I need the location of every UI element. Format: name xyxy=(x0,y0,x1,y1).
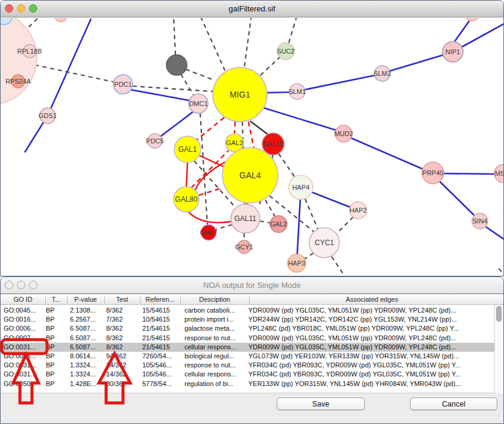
large-pale-node[interactable] xyxy=(1,18,37,105)
table-row[interactable]: GO:0065...BP8.0614...94/3627260/54...bio… xyxy=(1,352,495,361)
node-label: SIN4 xyxy=(473,217,487,225)
table-cell: 80/362 xyxy=(106,379,141,388)
table-row[interactable]: GO:0050...BP1.428E...80/3625778/54...reg… xyxy=(1,379,495,388)
gray-node[interactable] xyxy=(166,55,187,75)
network-edge xyxy=(195,117,224,141)
column-header[interactable]: Test xyxy=(104,296,140,303)
network-edge xyxy=(131,90,190,101)
network-edge xyxy=(332,257,345,276)
table-cell: BP xyxy=(46,315,69,324)
network-window-titlebar[interactable]: galFiltered.sif xyxy=(1,1,503,17)
column-header[interactable]: GO ID xyxy=(1,296,45,303)
table-cell: GO:0065... xyxy=(4,352,45,361)
table-cell: 6.5087... xyxy=(70,324,105,333)
table-cell: YDR009W (pd) YGL035C, YML051W (pp) YDR00… xyxy=(248,306,494,315)
table-cell: cellular respons... xyxy=(184,343,248,352)
network-edge xyxy=(181,74,194,95)
table-row[interactable]: GO:0045...BP2.1308...8/36215/54615carbon… xyxy=(1,306,495,315)
network-edge xyxy=(444,173,495,174)
column-header[interactable]: Desciption xyxy=(180,296,249,303)
table-cell: 7260/54... xyxy=(142,352,182,361)
noa-window-titlebar[interactable]: NOA output for Single Mode xyxy=(1,277,503,294)
node-label: SLM1 xyxy=(289,88,306,95)
vertical-scrollbar[interactable] xyxy=(494,305,503,393)
column-separator[interactable] xyxy=(67,296,68,304)
network-edge xyxy=(455,19,471,42)
table-cell: 7/362 xyxy=(106,315,141,324)
column-header[interactable]: T... xyxy=(45,296,67,303)
network-edge xyxy=(248,122,254,148)
results-table: GO:0045...BP2.1308...8/36215/54615carbon… xyxy=(1,305,504,393)
network-edge xyxy=(305,199,318,229)
node-label: NIP1 xyxy=(446,48,460,55)
column-header[interactable]: Referen... xyxy=(140,296,180,303)
table-row[interactable]: GO:0016...BP6.2567...7/36210/54615protei… xyxy=(1,315,495,324)
node-label: GAL2 xyxy=(270,220,287,228)
table-header[interactable]: GO IDT...P-valueTestReferen...Desciption… xyxy=(1,294,504,305)
column-separator[interactable] xyxy=(180,296,181,304)
table-row[interactable]: GO:0006...BP6.5087...8/36221/54615galact… xyxy=(1,324,495,333)
network-edge xyxy=(244,18,251,68)
table-cell: GO:0016... xyxy=(4,315,45,324)
table-cell: 21/54615 xyxy=(142,324,182,333)
network-window: galFiltered.sif RPL18BRPS24AGDS1PDC1PDC5… xyxy=(0,0,504,276)
table-cell: 14/362 xyxy=(106,361,141,370)
table-cell: YPL248C (pd) YBR018C, YML051W (pp) YDR00… xyxy=(248,324,494,333)
table-cell: BP xyxy=(46,334,69,343)
column-separator[interactable] xyxy=(249,296,250,304)
noa-window: NOA output for Single Mode GO IDT...P-va… xyxy=(0,276,504,424)
save-button[interactable]: Save xyxy=(277,398,365,410)
table-cell: 5778/54... xyxy=(142,379,182,388)
column-header[interactable]: Associated edges xyxy=(249,296,495,303)
node-label: HAP4 xyxy=(292,184,310,191)
table-row[interactable]: GO:0031...BP1.3324...14/362105/546...cel… xyxy=(1,370,495,379)
network-edge xyxy=(304,253,313,259)
table-cell: regulation of bi... xyxy=(184,379,248,388)
table-cell: BP xyxy=(46,306,69,315)
table-cell: 94/362 xyxy=(106,352,141,361)
network-edge xyxy=(266,92,291,93)
button-bar: Save Cancel xyxy=(1,393,504,424)
network-canvas[interactable]: RPL18BRPS24AGDS1PDC1PDC5DMC1MIG1SUC2SLM1… xyxy=(1,18,504,276)
table-cell: 1.3324... xyxy=(70,361,105,370)
table-cell: 8/362 xyxy=(106,324,141,333)
table-row[interactable]: GO:0031...BP6.5087...8/36221/54615cellul… xyxy=(1,343,495,352)
network-edge xyxy=(133,86,214,92)
node-label: GAL80 xyxy=(175,195,198,204)
network-edge xyxy=(499,269,504,275)
topright-pink-node[interactable] xyxy=(465,18,479,21)
table-row[interactable]: GO:0031...BP1.3324...14/362105/546...res… xyxy=(1,361,495,370)
table-cell: BP xyxy=(46,379,69,388)
top-pink-node[interactable] xyxy=(55,18,67,22)
table-cell: GO:0045... xyxy=(4,306,45,315)
table-cell: 6.2567... xyxy=(70,315,105,324)
node-label: MSL1 xyxy=(495,170,504,177)
network-edge xyxy=(216,225,232,229)
window-title: galFiltered.sif xyxy=(1,4,503,13)
table-cell: 15/54615 xyxy=(142,306,182,315)
scrollbar-thumb[interactable] xyxy=(496,306,502,322)
cancel-button[interactable]: Cancel xyxy=(410,398,497,410)
table-cell: YDR009W (pd) YGL035C, YML051W (pp) YDR00… xyxy=(248,334,494,343)
node-label: RPS24A xyxy=(5,78,31,85)
table-cell: cellular respons... xyxy=(184,370,248,379)
network-edge xyxy=(289,18,297,43)
table-cell: 8/362 xyxy=(106,306,141,315)
screen: galFiltered.sif RPL18BRPS24AGDS1PDC1PDC5… xyxy=(0,0,504,424)
column-header[interactable]: P-value xyxy=(67,296,104,303)
column-separator[interactable] xyxy=(140,296,140,304)
table-cell: GO:0031... xyxy=(4,361,45,370)
table-cell: GO:0007... xyxy=(4,334,45,343)
network-edge xyxy=(297,199,300,254)
node-label: SUC2 xyxy=(277,48,294,55)
column-separator[interactable] xyxy=(104,296,105,304)
column-separator[interactable] xyxy=(45,296,46,304)
table-cell: 6.5087... xyxy=(70,343,105,352)
network-edge xyxy=(265,200,275,216)
network-edge xyxy=(186,69,214,80)
network-edge xyxy=(188,211,231,223)
network-edge xyxy=(174,18,175,55)
table-row[interactable]: GO:0007...BP6.5087...8/36221/54615respon… xyxy=(1,334,495,343)
node-label: DMC1 xyxy=(189,100,207,107)
network-edge xyxy=(312,192,350,207)
